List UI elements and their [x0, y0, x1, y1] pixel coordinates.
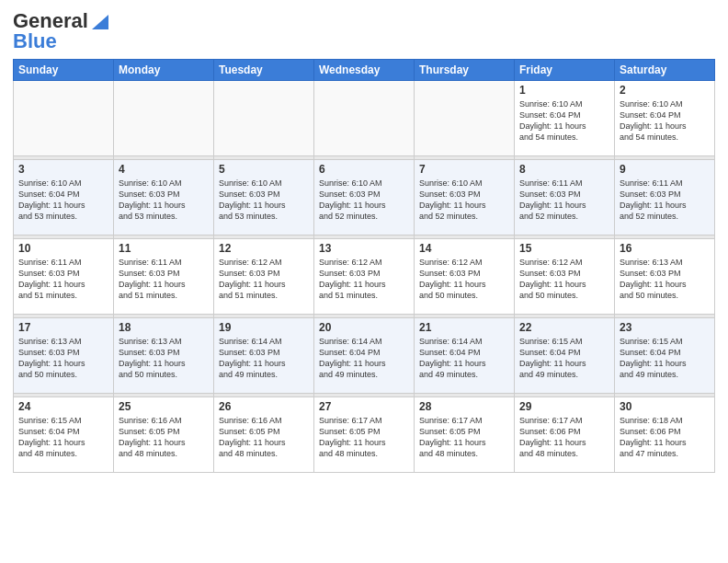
day-number: 7: [419, 163, 509, 176]
day-number: 20: [319, 321, 409, 334]
calendar-header-wednesday: Wednesday: [314, 60, 415, 81]
calendar-week-5: 24Sunrise: 6:15 AM Sunset: 6:04 PM Dayli…: [14, 397, 715, 473]
cell-info: Sunrise: 6:14 AM Sunset: 6:03 PM Dayligh…: [219, 336, 309, 381]
cell-info: Sunrise: 6:10 AM Sunset: 6:03 PM Dayligh…: [219, 178, 309, 223]
day-number: 3: [18, 163, 108, 176]
calendar-header-thursday: Thursday: [415, 60, 515, 81]
calendar-cell: 15Sunrise: 6:12 AM Sunset: 6:03 PM Dayli…: [515, 239, 615, 315]
calendar-cell: 9Sunrise: 6:11 AM Sunset: 6:03 PM Daylig…: [615, 160, 715, 236]
calendar-cell: [214, 81, 314, 156]
day-number: 25: [119, 400, 209, 413]
cell-info: Sunrise: 6:16 AM Sunset: 6:05 PM Dayligh…: [219, 415, 309, 460]
calendar-cell: 20Sunrise: 6:14 AM Sunset: 6:04 PM Dayli…: [314, 318, 415, 394]
cell-info: Sunrise: 6:11 AM Sunset: 6:03 PM Dayligh…: [119, 257, 209, 302]
cell-info: Sunrise: 6:10 AM Sunset: 6:03 PM Dayligh…: [319, 178, 409, 223]
day-number: 22: [519, 321, 609, 334]
calendar-header-monday: Monday: [114, 60, 214, 81]
calendar-cell: 6Sunrise: 6:10 AM Sunset: 6:03 PM Daylig…: [314, 160, 415, 236]
day-number: 13: [319, 242, 409, 255]
cell-info: Sunrise: 6:11 AM Sunset: 6:03 PM Dayligh…: [18, 257, 108, 302]
calendar-cell: 13Sunrise: 6:12 AM Sunset: 6:03 PM Dayli…: [314, 239, 415, 315]
cell-info: Sunrise: 6:10 AM Sunset: 6:03 PM Dayligh…: [119, 178, 209, 223]
calendar-cell: 24Sunrise: 6:15 AM Sunset: 6:04 PM Dayli…: [14, 397, 114, 473]
calendar-cell: 18Sunrise: 6:13 AM Sunset: 6:03 PM Dayli…: [114, 318, 214, 394]
calendar-cell: 22Sunrise: 6:15 AM Sunset: 6:04 PM Dayli…: [515, 318, 615, 394]
calendar-cell: 27Sunrise: 6:17 AM Sunset: 6:05 PM Dayli…: [314, 397, 415, 473]
page: General Blue SundayMondayTuesdayWednesda…: [0, 0, 728, 563]
logo: General Blue: [13, 9, 110, 53]
day-number: 2: [620, 84, 710, 97]
calendar-cell: 10Sunrise: 6:11 AM Sunset: 6:03 PM Dayli…: [14, 239, 114, 315]
cell-info: Sunrise: 6:12 AM Sunset: 6:03 PM Dayligh…: [419, 257, 509, 302]
day-number: 15: [519, 242, 609, 255]
day-number: 17: [18, 321, 108, 334]
cell-info: Sunrise: 6:17 AM Sunset: 6:06 PM Dayligh…: [519, 415, 609, 460]
calendar-cell: 16Sunrise: 6:13 AM Sunset: 6:03 PM Dayli…: [615, 239, 715, 315]
cell-info: Sunrise: 6:13 AM Sunset: 6:03 PM Dayligh…: [18, 336, 108, 381]
calendar-cell: 26Sunrise: 6:16 AM Sunset: 6:05 PM Dayli…: [214, 397, 314, 473]
calendar-cell: 29Sunrise: 6:17 AM Sunset: 6:06 PM Dayli…: [515, 397, 615, 473]
calendar-cell: 1Sunrise: 6:10 AM Sunset: 6:04 PM Daylig…: [515, 81, 615, 156]
header: General Blue: [13, 9, 715, 53]
day-number: 11: [119, 242, 209, 255]
calendar-cell: 8Sunrise: 6:11 AM Sunset: 6:03 PM Daylig…: [515, 160, 615, 236]
calendar-header-saturday: Saturday: [615, 60, 715, 81]
calendar-cell: 4Sunrise: 6:10 AM Sunset: 6:03 PM Daylig…: [114, 160, 214, 236]
calendar-cell: 23Sunrise: 6:15 AM Sunset: 6:04 PM Dayli…: [615, 318, 715, 394]
cell-info: Sunrise: 6:10 AM Sunset: 6:04 PM Dayligh…: [18, 178, 108, 223]
calendar-cell: [114, 81, 214, 156]
calendar-cell: 30Sunrise: 6:18 AM Sunset: 6:06 PM Dayli…: [615, 397, 715, 473]
cell-info: Sunrise: 6:15 AM Sunset: 6:04 PM Dayligh…: [519, 336, 609, 381]
cell-info: Sunrise: 6:10 AM Sunset: 6:04 PM Dayligh…: [519, 98, 609, 144]
calendar-week-2: 3Sunrise: 6:10 AM Sunset: 6:04 PM Daylig…: [14, 160, 715, 236]
calendar-cell: 17Sunrise: 6:13 AM Sunset: 6:03 PM Dayli…: [14, 318, 114, 394]
cell-info: Sunrise: 6:12 AM Sunset: 6:03 PM Dayligh…: [519, 257, 609, 302]
day-number: 1: [519, 84, 609, 97]
calendar-cell: 19Sunrise: 6:14 AM Sunset: 6:03 PM Dayli…: [214, 318, 314, 394]
svg-marker-0: [92, 15, 108, 29]
cell-info: Sunrise: 6:18 AM Sunset: 6:06 PM Dayligh…: [620, 415, 710, 460]
cell-info: Sunrise: 6:12 AM Sunset: 6:03 PM Dayligh…: [319, 257, 409, 302]
cell-info: Sunrise: 6:15 AM Sunset: 6:04 PM Dayligh…: [18, 415, 108, 460]
calendar-body: 1Sunrise: 6:10 AM Sunset: 6:04 PM Daylig…: [14, 81, 715, 473]
day-number: 23: [620, 321, 710, 334]
day-number: 16: [620, 242, 710, 255]
day-number: 12: [219, 242, 309, 255]
calendar-header-tuesday: Tuesday: [214, 60, 314, 81]
day-number: 27: [319, 400, 409, 413]
cell-info: Sunrise: 6:10 AM Sunset: 6:04 PM Dayligh…: [620, 98, 710, 144]
day-number: 26: [219, 400, 309, 413]
calendar-cell: 3Sunrise: 6:10 AM Sunset: 6:04 PM Daylig…: [14, 160, 114, 236]
cell-info: Sunrise: 6:15 AM Sunset: 6:04 PM Dayligh…: [620, 336, 710, 381]
day-number: 5: [219, 163, 309, 176]
cell-info: Sunrise: 6:13 AM Sunset: 6:03 PM Dayligh…: [620, 257, 710, 302]
cell-info: Sunrise: 6:10 AM Sunset: 6:03 PM Dayligh…: [419, 178, 509, 223]
calendar: SundayMondayTuesdayWednesdayThursdayFrid…: [13, 59, 715, 473]
calendar-header-row: SundayMondayTuesdayWednesdayThursdayFrid…: [14, 60, 715, 81]
calendar-cell: 5Sunrise: 6:10 AM Sunset: 6:03 PM Daylig…: [214, 160, 314, 236]
calendar-cell: 28Sunrise: 6:17 AM Sunset: 6:05 PM Dayli…: [415, 397, 515, 473]
day-number: 6: [319, 163, 409, 176]
day-number: 8: [519, 163, 609, 176]
cell-info: Sunrise: 6:17 AM Sunset: 6:05 PM Dayligh…: [419, 415, 509, 460]
cell-info: Sunrise: 6:14 AM Sunset: 6:04 PM Dayligh…: [319, 336, 409, 381]
day-number: 19: [219, 321, 309, 334]
cell-info: Sunrise: 6:11 AM Sunset: 6:03 PM Dayligh…: [620, 178, 710, 223]
day-number: 14: [419, 242, 509, 255]
day-number: 30: [620, 400, 710, 413]
calendar-week-1: 1Sunrise: 6:10 AM Sunset: 6:04 PM Daylig…: [14, 81, 715, 156]
calendar-cell: 12Sunrise: 6:12 AM Sunset: 6:03 PM Dayli…: [214, 239, 314, 315]
logo-triangle-icon: [90, 11, 110, 31]
calendar-cell: [314, 81, 415, 156]
day-number: 9: [620, 163, 710, 176]
calendar-week-4: 17Sunrise: 6:13 AM Sunset: 6:03 PM Dayli…: [14, 318, 715, 394]
calendar-cell: 25Sunrise: 6:16 AM Sunset: 6:05 PM Dayli…: [114, 397, 214, 473]
day-number: 21: [419, 321, 509, 334]
calendar-header-sunday: Sunday: [14, 60, 114, 81]
calendar-cell: [14, 81, 114, 156]
calendar-cell: 11Sunrise: 6:11 AM Sunset: 6:03 PM Dayli…: [114, 239, 214, 315]
cell-info: Sunrise: 6:14 AM Sunset: 6:04 PM Dayligh…: [419, 336, 509, 381]
cell-info: Sunrise: 6:12 AM Sunset: 6:03 PM Dayligh…: [219, 257, 309, 302]
day-number: 28: [419, 400, 509, 413]
day-number: 4: [119, 163, 209, 176]
